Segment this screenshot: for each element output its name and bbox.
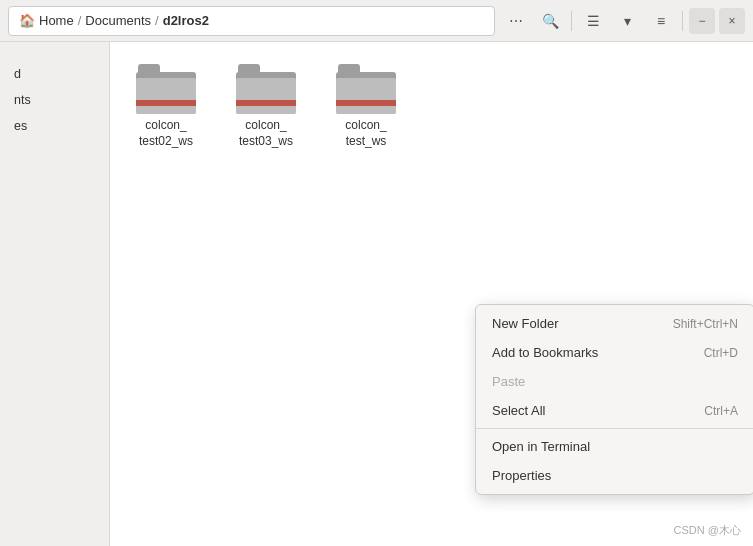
breadcrumb-documents: Documents <box>85 13 151 28</box>
context-menu-properties[interactable]: Properties <box>476 461 753 490</box>
sidebar-item-3[interactable]: nts <box>4 88 105 112</box>
folder-tab <box>138 64 160 74</box>
context-menu-add-bookmarks[interactable]: Add to Bookmarks Ctrl+D <box>476 338 753 367</box>
search-button[interactable]: 🔍 <box>535 6 565 36</box>
folder-stripe <box>136 100 196 106</box>
sidebar: d nts es <box>0 42 110 546</box>
hamburger-button[interactable]: ≡ <box>646 6 676 36</box>
folder-front <box>136 78 196 114</box>
close-icon: × <box>728 14 735 28</box>
window-controls: − × <box>689 8 745 34</box>
folder-stripe <box>336 100 396 106</box>
folder-icon <box>236 64 296 114</box>
file-area: colcon_ test02_ws colcon_ test03_ws <box>110 42 753 546</box>
list-icon: ☰ <box>587 13 600 29</box>
folder-item-colcon-test03-ws[interactable]: colcon_ test03_ws <box>226 58 306 155</box>
watermark: CSDN @木心 <box>674 523 741 538</box>
context-item-label: Properties <box>492 468 551 483</box>
folder-icon <box>136 64 196 114</box>
breadcrumb-sep1: / <box>78 13 82 28</box>
folder-label: colcon_ test_ws <box>327 118 405 149</box>
folder-label: colcon_ test02_ws <box>127 118 205 149</box>
context-item-label: New Folder <box>492 316 558 331</box>
breadcrumb[interactable]: 🏠 Home / Documents / d2lros2 <box>8 6 495 36</box>
context-menu-select-all[interactable]: Select All Ctrl+A <box>476 396 753 425</box>
folder-icon <box>336 64 396 114</box>
context-item-shortcut: Shift+Ctrl+N <box>673 317 738 331</box>
sidebar-item-5[interactable] <box>4 140 105 150</box>
sidebar-item-4[interactable]: es <box>4 114 105 138</box>
breadcrumb-current: d2lros2 <box>163 13 209 28</box>
close-button[interactable]: × <box>719 8 745 34</box>
context-item-label: Paste <box>492 374 525 389</box>
more-options-button[interactable]: ⋯ <box>501 6 531 36</box>
context-item-label: Open in Terminal <box>492 439 590 454</box>
context-menu-paste: Paste <box>476 367 753 396</box>
folder-tab <box>238 64 260 74</box>
context-menu-new-folder[interactable]: New Folder Shift+Ctrl+N <box>476 309 753 338</box>
context-item-label: Select All <box>492 403 545 418</box>
breadcrumb-home: Home <box>39 13 74 28</box>
folder-label: colcon_ test03_ws <box>227 118 305 149</box>
search-icon: 🔍 <box>542 13 559 29</box>
folder-item-colcon-test-ws[interactable]: colcon_ test_ws <box>326 58 406 155</box>
folder-front <box>336 78 396 114</box>
context-menu: New Folder Shift+Ctrl+N Add to Bookmarks… <box>475 304 753 495</box>
folder-grid: colcon_ test02_ws colcon_ test03_ws <box>126 58 737 155</box>
minimize-button[interactable]: − <box>689 8 715 34</box>
topbar-separator2 <box>682 11 683 31</box>
folder-tab <box>338 64 360 74</box>
home-icon: 🏠 <box>19 13 35 28</box>
topbar-separator <box>571 11 572 31</box>
context-item-shortcut: Ctrl+D <box>704 346 738 360</box>
context-menu-open-terminal[interactable]: Open in Terminal <box>476 432 753 461</box>
folder-stripe <box>236 100 296 106</box>
hamburger-icon: ≡ <box>657 13 665 29</box>
context-item-shortcut: Ctrl+A <box>704 404 738 418</box>
breadcrumb-sep2: / <box>155 13 159 28</box>
sidebar-item-1[interactable] <box>4 50 105 60</box>
chevron-down-icon: ▾ <box>624 13 631 29</box>
topbar: 🏠 Home / Documents / d2lros2 ⋯ 🔍 ☰ ▾ ≡ −… <box>0 0 753 42</box>
sidebar-item-2[interactable]: d <box>4 62 105 86</box>
topbar-icons: ⋯ 🔍 ☰ ▾ ≡ − × <box>501 6 745 36</box>
main-layout: d nts es colcon_ test02_ws <box>0 42 753 546</box>
folder-item-colcon-test02-ws[interactable]: colcon_ test02_ws <box>126 58 206 155</box>
folder-front <box>236 78 296 114</box>
context-menu-divider <box>476 428 753 429</box>
context-item-label: Add to Bookmarks <box>492 345 598 360</box>
view-list-button[interactable]: ☰ <box>578 6 608 36</box>
minimize-icon: − <box>698 14 705 28</box>
view-chevron-button[interactable]: ▾ <box>612 6 642 36</box>
